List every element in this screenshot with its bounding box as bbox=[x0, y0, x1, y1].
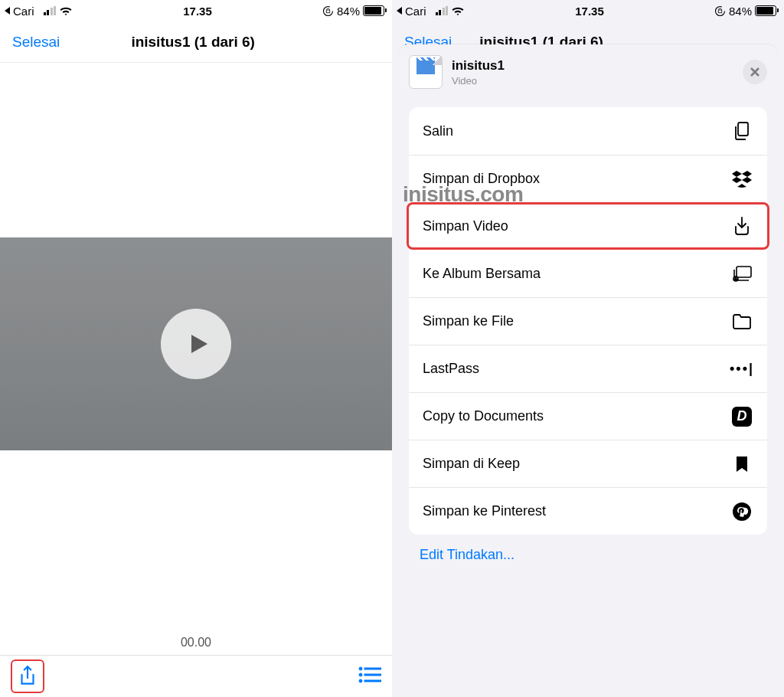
status-bar: Cari 17.35 84% bbox=[392, 0, 784, 21]
share-button[interactable] bbox=[11, 659, 44, 693]
share-sheet-header: inisitus1 Video bbox=[398, 44, 778, 100]
play-icon bbox=[185, 330, 212, 358]
video-timestamp: 00.00 bbox=[0, 636, 392, 650]
folder-icon bbox=[732, 313, 752, 330]
svg-rect-1 bbox=[326, 10, 330, 13]
list-view-button[interactable] bbox=[358, 666, 381, 687]
list-icon bbox=[358, 666, 381, 684]
svg-rect-7 bbox=[364, 680, 381, 682]
share-icon bbox=[18, 665, 38, 688]
nav-bar: Selesai inisitus1 (1 dari 6) bbox=[0, 21, 392, 63]
action-label: Simpan ke Pinterest bbox=[423, 503, 546, 519]
svg-point-0 bbox=[323, 6, 332, 15]
video-thumbnail[interactable] bbox=[0, 237, 392, 450]
battery-icon bbox=[755, 5, 776, 16]
pinterest-icon bbox=[732, 502, 752, 522]
video-file-icon bbox=[409, 55, 443, 89]
svg-point-2 bbox=[359, 667, 362, 670]
svg-rect-11 bbox=[737, 267, 751, 277]
back-to-app-caret-icon bbox=[397, 7, 402, 15]
close-button[interactable] bbox=[743, 60, 767, 84]
action-list: Salin Simpan di Dropbox Simpan Video Ke … bbox=[409, 107, 767, 535]
screen-video-preview: Cari 17.35 84% Selesai inisitus1 (1 dari… bbox=[0, 0, 392, 697]
close-icon bbox=[750, 67, 760, 77]
action-label: Copy to Documents bbox=[423, 408, 544, 424]
battery-icon bbox=[363, 5, 384, 16]
documents-app-icon: D bbox=[732, 407, 752, 427]
share-file-type: Video bbox=[452, 75, 505, 87]
save-download-icon bbox=[733, 216, 751, 236]
cellular-signal-icon bbox=[44, 6, 57, 15]
back-to-app-label: Cari bbox=[405, 5, 426, 18]
status-bar: Cari 17.35 84% bbox=[0, 0, 392, 21]
action-label: Simpan di Keep bbox=[423, 456, 520, 472]
bookmark-icon bbox=[735, 455, 749, 473]
rotation-lock-icon bbox=[714, 5, 726, 17]
lastpass-icon: •••| bbox=[730, 361, 753, 377]
rotation-lock-icon bbox=[322, 5, 334, 17]
action-label: Simpan ke File bbox=[423, 313, 514, 329]
action-label: Simpan di Dropbox bbox=[423, 171, 540, 187]
svg-rect-10 bbox=[738, 123, 748, 136]
shared-album-icon bbox=[731, 265, 753, 282]
copy-icon bbox=[733, 121, 751, 141]
svg-rect-9 bbox=[718, 10, 722, 13]
action-label: LastPass bbox=[423, 361, 479, 377]
svg-point-14 bbox=[733, 502, 751, 521]
svg-rect-3 bbox=[364, 668, 381, 669]
action-save-video[interactable]: Simpan Video bbox=[407, 202, 769, 250]
screen-share-sheet: Cari 17.35 84% Selesai inisitus1 (1 dari… bbox=[392, 0, 784, 697]
wifi-icon bbox=[59, 5, 73, 16]
action-label: Salin bbox=[423, 123, 453, 139]
svg-rect-5 bbox=[364, 674, 381, 676]
share-file-name: inisitus1 bbox=[452, 58, 505, 74]
bottom-toolbar bbox=[0, 656, 392, 697]
action-pinterest[interactable]: Simpan ke Pinterest bbox=[409, 487, 767, 535]
page-title: inisitus1 (1 dari 6) bbox=[6, 34, 380, 51]
wifi-icon bbox=[451, 5, 465, 16]
svg-point-6 bbox=[359, 679, 362, 682]
action-dropbox[interactable]: Simpan di Dropbox bbox=[409, 155, 767, 202]
share-sheet: inisitus1 Video Salin Simpan di Dropbox … bbox=[398, 44, 778, 697]
action-label: Simpan Video bbox=[423, 218, 508, 234]
action-copy[interactable]: Salin bbox=[409, 107, 767, 155]
svg-point-4 bbox=[359, 673, 362, 676]
dropbox-icon bbox=[732, 171, 752, 188]
back-to-app-caret-icon[interactable] bbox=[5, 7, 10, 15]
battery-percentage: 84% bbox=[729, 5, 752, 18]
status-time: 17.35 bbox=[183, 5, 212, 18]
action-lastpass[interactable]: LastPass •••| bbox=[409, 345, 767, 392]
cellular-signal-icon bbox=[436, 6, 449, 15]
battery-percentage: 84% bbox=[337, 5, 360, 18]
action-documents[interactable]: Copy to Documents D bbox=[409, 392, 767, 440]
play-button[interactable] bbox=[161, 309, 231, 379]
edit-actions-link[interactable]: Edit Tindakan... bbox=[398, 535, 778, 563]
action-save-file[interactable]: Simpan ke File bbox=[409, 297, 767, 345]
back-to-app-label[interactable]: Cari bbox=[13, 5, 34, 18]
action-shared-album[interactable]: Ke Album Bersama bbox=[409, 250, 767, 297]
svg-point-8 bbox=[715, 6, 724, 15]
action-label: Ke Album Bersama bbox=[423, 266, 541, 282]
action-keep[interactable]: Simpan di Keep bbox=[409, 440, 767, 487]
video-preview-area: 00.00 bbox=[0, 63, 392, 697]
status-time: 17.35 bbox=[575, 5, 604, 18]
